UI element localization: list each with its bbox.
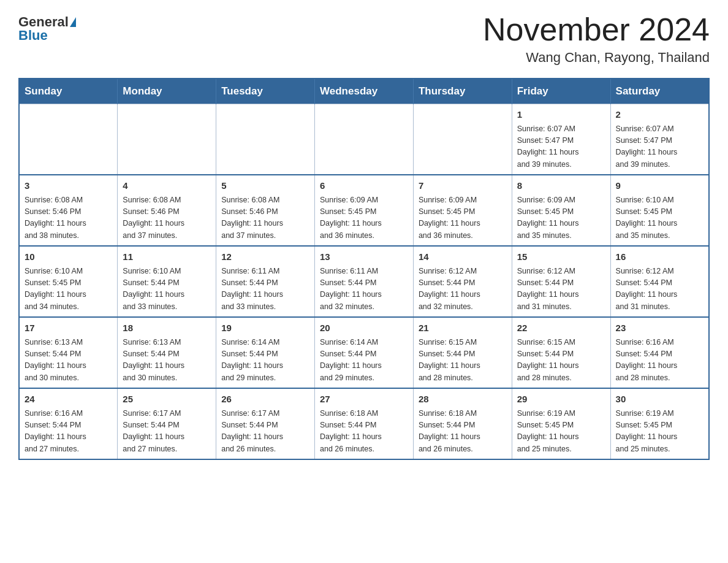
calendar-cell: 12Sunrise: 6:11 AMSunset: 5:44 PMDayligh…	[216, 246, 315, 317]
day-number: 9	[616, 179, 703, 193]
day-info: Sunrise: 6:19 AMSunset: 5:45 PMDaylight:…	[616, 408, 703, 456]
calendar-week-4: 17Sunrise: 6:13 AMSunset: 5:44 PMDayligh…	[19, 317, 709, 388]
title-block: November 2024 Wang Chan, Rayong, Thailan…	[483, 12, 710, 66]
day-info: Sunrise: 6:08 AMSunset: 5:46 PMDaylight:…	[221, 194, 309, 242]
calendar-cell: 6Sunrise: 6:09 AMSunset: 5:45 PMDaylight…	[315, 175, 414, 246]
day-info: Sunrise: 6:13 AMSunset: 5:44 PMDaylight:…	[25, 337, 112, 385]
calendar-table: SundayMondayTuesdayWednesdayThursdayFrid…	[18, 78, 710, 460]
day-info: Sunrise: 6:07 AMSunset: 5:47 PMDaylight:…	[616, 123, 703, 171]
day-number: 25	[123, 393, 211, 407]
day-info: Sunrise: 6:10 AMSunset: 5:45 PMDaylight:…	[25, 266, 112, 313]
header-sunday: Sunday	[19, 79, 118, 104]
day-number: 24	[25, 393, 112, 407]
day-number: 20	[320, 321, 408, 335]
header-monday: Monday	[118, 79, 216, 104]
calendar-header: SundayMondayTuesdayWednesdayThursdayFrid…	[19, 79, 709, 104]
day-number: 26	[221, 393, 309, 407]
calendar-cell: 3Sunrise: 6:08 AMSunset: 5:46 PMDaylight…	[19, 175, 118, 246]
day-number: 21	[419, 321, 507, 335]
day-number: 15	[517, 250, 605, 264]
day-number: 29	[517, 393, 605, 407]
calendar-cell	[216, 104, 315, 175]
calendar-cell: 1Sunrise: 6:07 AMSunset: 5:47 PMDaylight…	[512, 104, 610, 175]
day-number: 3	[25, 179, 112, 193]
day-info: Sunrise: 6:10 AMSunset: 5:44 PMDaylight:…	[123, 266, 211, 313]
calendar-cell: 9Sunrise: 6:10 AMSunset: 5:45 PMDaylight…	[610, 175, 709, 246]
calendar-cell: 28Sunrise: 6:18 AMSunset: 5:44 PMDayligh…	[413, 388, 512, 459]
day-info: Sunrise: 6:19 AMSunset: 5:45 PMDaylight:…	[517, 408, 605, 456]
calendar-cell: 24Sunrise: 6:16 AMSunset: 5:44 PMDayligh…	[19, 388, 118, 459]
day-info: Sunrise: 6:11 AMSunset: 5:44 PMDaylight:…	[221, 266, 309, 313]
calendar-cell: 13Sunrise: 6:11 AMSunset: 5:44 PMDayligh…	[315, 246, 414, 317]
day-number: 1	[517, 108, 605, 122]
calendar-cell	[19, 104, 118, 175]
calendar-cell: 8Sunrise: 6:09 AMSunset: 5:45 PMDaylight…	[512, 175, 610, 246]
calendar-week-3: 10Sunrise: 6:10 AMSunset: 5:45 PMDayligh…	[19, 246, 709, 317]
day-info: Sunrise: 6:16 AMSunset: 5:44 PMDaylight:…	[25, 408, 112, 456]
day-info: Sunrise: 6:09 AMSunset: 5:45 PMDaylight:…	[320, 194, 408, 242]
day-info: Sunrise: 6:07 AMSunset: 5:47 PMDaylight:…	[517, 123, 605, 171]
day-info: Sunrise: 6:12 AMSunset: 5:44 PMDaylight:…	[419, 266, 507, 313]
day-info: Sunrise: 6:08 AMSunset: 5:46 PMDaylight:…	[123, 194, 211, 242]
day-number: 17	[25, 321, 112, 335]
calendar-cell	[413, 104, 512, 175]
calendar-cell: 27Sunrise: 6:18 AMSunset: 5:44 PMDayligh…	[315, 388, 414, 459]
day-info: Sunrise: 6:12 AMSunset: 5:44 PMDaylight:…	[517, 266, 605, 313]
day-number: 14	[419, 250, 507, 264]
calendar-cell: 7Sunrise: 6:09 AMSunset: 5:45 PMDaylight…	[413, 175, 512, 246]
day-info: Sunrise: 6:08 AMSunset: 5:46 PMDaylight:…	[25, 194, 112, 242]
header-friday: Friday	[512, 79, 610, 104]
day-info: Sunrise: 6:14 AMSunset: 5:44 PMDaylight:…	[320, 337, 408, 385]
day-number: 2	[616, 108, 703, 122]
calendar-cell: 22Sunrise: 6:15 AMSunset: 5:44 PMDayligh…	[512, 317, 610, 388]
calendar-cell: 17Sunrise: 6:13 AMSunset: 5:44 PMDayligh…	[19, 317, 118, 388]
day-info: Sunrise: 6:16 AMSunset: 5:44 PMDaylight:…	[616, 337, 703, 385]
day-number: 27	[320, 393, 408, 407]
calendar-cell: 10Sunrise: 6:10 AMSunset: 5:45 PMDayligh…	[19, 246, 118, 317]
day-info: Sunrise: 6:15 AMSunset: 5:44 PMDaylight:…	[419, 337, 507, 385]
calendar-cell: 25Sunrise: 6:17 AMSunset: 5:44 PMDayligh…	[118, 388, 216, 459]
header-wednesday: Wednesday	[315, 79, 414, 104]
calendar-cell: 21Sunrise: 6:15 AMSunset: 5:44 PMDayligh…	[413, 317, 512, 388]
calendar-cell: 30Sunrise: 6:19 AMSunset: 5:45 PMDayligh…	[610, 388, 709, 459]
day-number: 7	[419, 179, 507, 193]
calendar-cell: 23Sunrise: 6:16 AMSunset: 5:44 PMDayligh…	[610, 317, 709, 388]
day-number: 16	[616, 250, 703, 264]
day-number: 6	[320, 179, 408, 193]
day-info: Sunrise: 6:18 AMSunset: 5:44 PMDaylight:…	[320, 408, 408, 456]
day-info: Sunrise: 6:10 AMSunset: 5:45 PMDaylight:…	[616, 194, 703, 242]
logo-triangle-icon	[70, 17, 76, 27]
day-number: 23	[616, 321, 703, 335]
calendar-cell: 26Sunrise: 6:17 AMSunset: 5:44 PMDayligh…	[216, 388, 315, 459]
calendar-week-1: 1Sunrise: 6:07 AMSunset: 5:47 PMDaylight…	[19, 104, 709, 175]
day-info: Sunrise: 6:12 AMSunset: 5:44 PMDaylight:…	[616, 266, 703, 313]
calendar-cell: 2Sunrise: 6:07 AMSunset: 5:47 PMDaylight…	[610, 104, 709, 175]
day-info: Sunrise: 6:11 AMSunset: 5:44 PMDaylight:…	[320, 266, 408, 313]
day-info: Sunrise: 6:13 AMSunset: 5:44 PMDaylight:…	[123, 337, 211, 385]
calendar-cell: 14Sunrise: 6:12 AMSunset: 5:44 PMDayligh…	[413, 246, 512, 317]
day-info: Sunrise: 6:14 AMSunset: 5:44 PMDaylight:…	[221, 337, 309, 385]
location-subtitle: Wang Chan, Rayong, Thailand	[483, 50, 710, 66]
day-number: 11	[123, 250, 211, 264]
day-info: Sunrise: 6:09 AMSunset: 5:45 PMDaylight:…	[517, 194, 605, 242]
calendar-week-2: 3Sunrise: 6:08 AMSunset: 5:46 PMDaylight…	[19, 175, 709, 246]
day-number: 10	[25, 250, 112, 264]
day-number: 22	[517, 321, 605, 335]
day-number: 5	[221, 179, 309, 193]
calendar-cell: 29Sunrise: 6:19 AMSunset: 5:45 PMDayligh…	[512, 388, 610, 459]
calendar-cell: 5Sunrise: 6:08 AMSunset: 5:46 PMDaylight…	[216, 175, 315, 246]
header-tuesday: Tuesday	[216, 79, 315, 104]
logo-general-text: General	[18, 15, 69, 29]
month-year-title: November 2024	[483, 12, 710, 47]
header-saturday: Saturday	[610, 79, 709, 104]
calendar-cell: 20Sunrise: 6:14 AMSunset: 5:44 PMDayligh…	[315, 317, 414, 388]
day-info: Sunrise: 6:17 AMSunset: 5:44 PMDaylight:…	[123, 408, 211, 456]
day-info: Sunrise: 6:09 AMSunset: 5:45 PMDaylight:…	[419, 194, 507, 242]
page-header: General Blue November 2024 Wang Chan, Ra…	[18, 12, 710, 66]
day-info: Sunrise: 6:17 AMSunset: 5:44 PMDaylight:…	[221, 408, 309, 456]
day-number: 13	[320, 250, 408, 264]
day-number: 12	[221, 250, 309, 264]
calendar-body: 1Sunrise: 6:07 AMSunset: 5:47 PMDaylight…	[19, 104, 709, 460]
day-number: 28	[419, 393, 507, 407]
calendar-week-5: 24Sunrise: 6:16 AMSunset: 5:44 PMDayligh…	[19, 388, 709, 459]
